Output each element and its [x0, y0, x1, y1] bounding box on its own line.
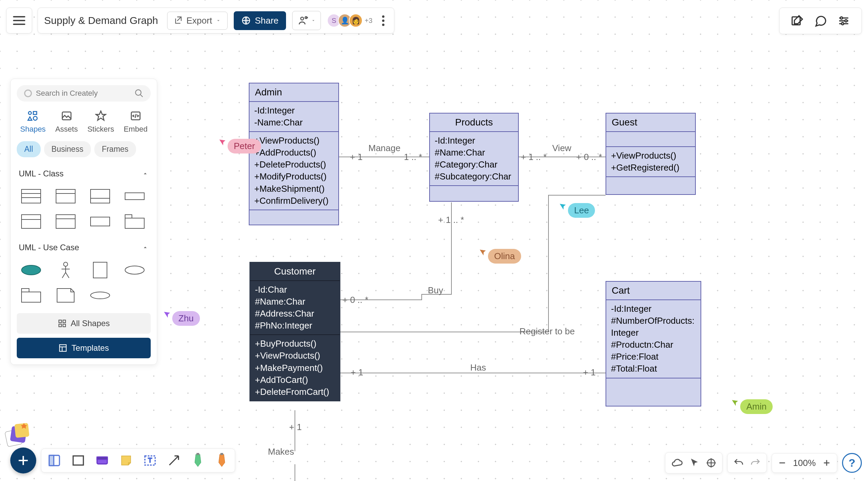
- connector-register-v[interactable]: [548, 195, 549, 332]
- document-title[interactable]: Supply & Demand Graph: [44, 15, 161, 26]
- share-button[interactable]: Share: [234, 11, 286, 30]
- svg-rect-43: [63, 324, 66, 327]
- uml-class-cart[interactable]: Cart -Id:Integer #NumberOfProducts: Inte…: [606, 281, 701, 406]
- text-tool[interactable]: [142, 452, 158, 469]
- svg-point-6: [841, 23, 844, 25]
- templates-button[interactable]: Templates: [17, 338, 151, 358]
- pencil-square-icon: [790, 14, 804, 28]
- multiplicity: + 1: [289, 422, 302, 432]
- shape-class-alt2[interactable]: [53, 212, 78, 231]
- svg-line-33: [62, 272, 66, 278]
- more-menu-button[interactable]: [379, 15, 388, 26]
- invite-button[interactable]: [292, 11, 321, 30]
- shape-oval-small[interactable]: [88, 286, 112, 305]
- comments-button[interactable]: [812, 13, 829, 29]
- menu-button[interactable]: [6, 8, 32, 34]
- shape-folder[interactable]: [19, 286, 43, 305]
- creately-logo-icon: [24, 89, 32, 98]
- undo-button[interactable]: [733, 457, 744, 468]
- zoom-level[interactable]: 100%: [793, 458, 816, 468]
- add-button[interactable]: [10, 447, 36, 473]
- templates-label: Templates: [71, 343, 109, 353]
- all-shapes-label: All Shapes: [71, 319, 110, 328]
- svg-point-8: [136, 90, 141, 95]
- search-box[interactable]: [17, 85, 151, 102]
- uml-title: Admin: [249, 83, 338, 102]
- shape-class-3row[interactable]: [19, 187, 43, 206]
- avatar[interactable]: 👩: [349, 14, 363, 27]
- shape-usecase-oval[interactable]: [19, 260, 43, 280]
- shape-oval-outline[interactable]: [122, 260, 147, 280]
- tab-embed[interactable]: Embed: [124, 109, 148, 134]
- uml-empty-section: [430, 186, 518, 201]
- avatar-group[interactable]: S 👤 👩 +3: [327, 14, 372, 27]
- uml-class-guest[interactable]: Guest +ViewProducts() +GetRegistered(): [606, 113, 696, 195]
- help-button[interactable]: ?: [842, 453, 862, 473]
- shape-class-t2row[interactable]: [88, 187, 112, 206]
- tab-stickers[interactable]: Stickers: [87, 109, 114, 134]
- connector-makes-tail[interactable]: [295, 464, 295, 481]
- shape-actor[interactable]: [53, 260, 78, 280]
- svg-point-30: [64, 262, 68, 266]
- svg-point-5: [845, 20, 847, 22]
- tab-assets[interactable]: Assets: [55, 109, 78, 134]
- top-right-tools: [779, 8, 862, 34]
- chip-all[interactable]: All: [17, 141, 41, 157]
- svg-point-11: [33, 116, 37, 120]
- highlighter-orange-tool[interactable]: [214, 452, 230, 469]
- shape-class-alt[interactable]: [19, 212, 43, 231]
- collab-cursor-zhu: Zhu: [163, 303, 200, 326]
- frame-tool[interactable]: [46, 452, 63, 469]
- stickers-stack-icon[interactable]: [3, 420, 31, 450]
- uml-class-admin[interactable]: Admin -Id:Integer -Name:Char +ViewProduc…: [249, 83, 339, 225]
- sticky-tool[interactable]: [118, 452, 134, 469]
- section-uml-usecase[interactable]: UML - Use Case: [17, 239, 151, 256]
- pan-tool[interactable]: [706, 457, 717, 468]
- highlighter-green-tool[interactable]: [190, 452, 206, 469]
- svg-rect-56: [196, 453, 199, 455]
- chevron-up-icon: [142, 244, 149, 251]
- avatar-more-count[interactable]: +3: [365, 17, 372, 25]
- svg-rect-40: [59, 320, 62, 323]
- tab-label: Stickers: [87, 125, 114, 134]
- chip-business[interactable]: Business: [44, 141, 91, 157]
- svg-rect-51: [49, 455, 54, 466]
- svg-rect-21: [125, 193, 144, 200]
- redo-button[interactable]: [750, 457, 761, 468]
- section-uml-class[interactable]: UML - Class: [17, 165, 151, 182]
- zoom-in-button[interactable]: [822, 458, 831, 468]
- uml-operations: +ViewProducts() +AddProducts() +DeletePr…: [249, 132, 338, 210]
- settings-button[interactable]: [836, 13, 852, 29]
- chip-frames[interactable]: Frames: [94, 141, 136, 157]
- uml-class-products[interactable]: Products -Id:Integer #Name:Char #Categor…: [429, 113, 519, 202]
- uml-class-customer[interactable]: Customer -Id:Char #Name:Char #Address:Ch…: [249, 262, 340, 401]
- arrow-tool[interactable]: [166, 452, 182, 469]
- relation-label-buy: Buy: [428, 285, 443, 296]
- shape-package[interactable]: [122, 212, 147, 231]
- svg-rect-41: [63, 320, 66, 323]
- zoom-out-button[interactable]: [777, 458, 787, 468]
- globe-icon: [241, 16, 251, 25]
- svg-point-9: [29, 111, 32, 115]
- uml-attributes: -Id:Integer -Name:Char: [249, 102, 338, 132]
- edit-button[interactable]: [789, 13, 805, 29]
- rect-tool[interactable]: [70, 452, 86, 469]
- pointer-tool[interactable]: [689, 458, 700, 468]
- multiplicity: + 1: [583, 367, 596, 378]
- shape-empty: [122, 286, 147, 305]
- star-icon: [95, 110, 107, 122]
- export-button[interactable]: Export: [167, 12, 228, 30]
- tab-shapes[interactable]: Shapes: [20, 109, 46, 134]
- shape-class-2row[interactable]: [53, 187, 78, 206]
- card-tool[interactable]: [94, 452, 110, 469]
- svg-rect-27: [125, 218, 144, 228]
- shape-rect[interactable]: [88, 212, 112, 231]
- shape-note[interactable]: [53, 286, 78, 305]
- connector-buy-v[interactable]: [421, 294, 422, 300]
- cloud-sync-button[interactable]: [671, 457, 683, 469]
- shape-rect-thin[interactable]: [122, 187, 147, 206]
- all-shapes-button[interactable]: All Shapes: [17, 313, 151, 334]
- search-input[interactable]: [36, 89, 134, 98]
- shape-boundary-rect[interactable]: [88, 260, 112, 280]
- connector-register-h1[interactable]: [340, 332, 517, 332]
